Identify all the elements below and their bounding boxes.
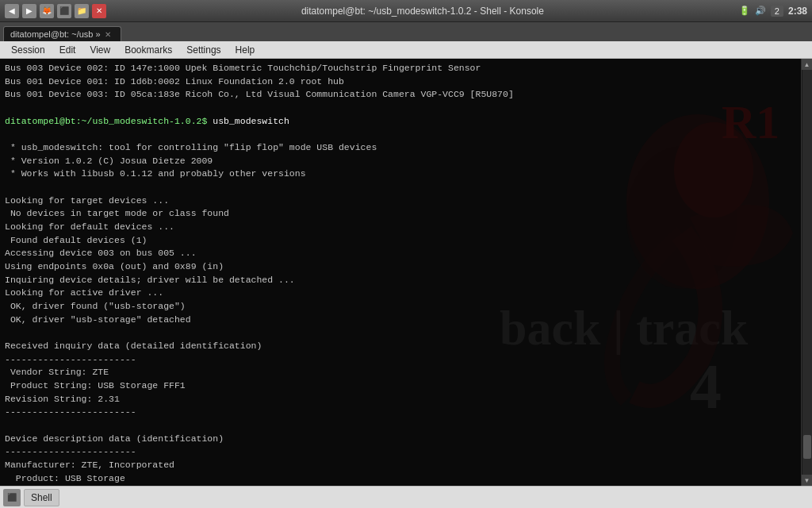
terminal-line: OK, driver found ("usb-storage") [5,301,186,311]
terminal-line: No devices in target mode or class found [5,208,229,218]
terminal-tab[interactable]: ditatompel@bt: ~/usb » ✕ [3,26,121,41]
terminal-line: Product String: USB Storage FFF1 [5,380,186,391]
menu-item-view[interactable]: View [83,43,117,57]
terminal-line: Looking for default devices ... [5,221,174,232]
desktop-badge: 2 [771,6,783,17]
menu-item-session[interactable]: Session [5,43,52,57]
titlebar: ◀ ▶ 🦊 ⬛ 📁 ✕ ditatompel@bt: ~/usb_modeswi… [0,0,812,22]
menu-item-help[interactable]: Help [229,43,262,57]
tab-label: ditatompel@bt: ~/usb » [10,29,101,39]
terminal-output[interactable]: Bus 003 Device 002: ID 147e:1000 Upek Bi… [0,59,801,486]
scrollbar[interactable]: ▲ ▼ [801,59,812,486]
scroll-down-arrow[interactable]: ▼ [802,475,813,486]
nav-back-icon[interactable]: ◀ [5,4,19,18]
terminal-line: Bus 001 Device 003: ID 05ca:183e Ricoh C… [5,89,514,99]
terminal-line: OK, driver "usb-storage" detached [5,314,191,325]
terminal-line: Bus 001 Device 001: ID 1d6b:0002 Linux F… [5,76,344,87]
terminal-line: * Works with libusb 0.1.12 and probably … [5,168,306,179]
terminal-line: Bus 003 Device 002: ID 147e:1000 Upek Bi… [5,63,481,73]
clock: 2:38 [788,6,807,17]
terminal-line: ------------------------ [5,354,136,364]
taskbar-shell-label: Shell [31,492,52,503]
terminal-content[interactable]: R1 back | track 4 Bus 003 Device 002: ID… [0,59,801,486]
close-icon[interactable]: ✕ [92,4,106,18]
terminal-line: Device description data (identification) [5,433,224,444]
terminal-line: Inquiring device details; driver will be… [5,275,295,285]
scroll-up-arrow[interactable]: ▲ [802,59,813,70]
menu-item-settings[interactable]: Settings [180,43,227,57]
nav-forward-icon[interactable]: ▶ [22,4,36,18]
browser-icon[interactable]: 🦊 [40,4,54,18]
terminal-line: Revision String: 2.31 [5,394,120,404]
terminal-command: usb_modeswitch [207,116,289,126]
terminal-wrapper: R1 back | track 4 Bus 003 Device 002: ID… [0,59,812,486]
terminal-line: * usb_modeswitch: tool for controlling "… [5,142,377,152]
scroll-thumb[interactable] [803,435,811,459]
terminal-line: ------------------------ [5,446,136,456]
terminal-line: Product: USB Storage [5,473,125,483]
terminal-line: Looking for active driver ... [5,287,163,298]
tray-icon-1: 🔋 [739,6,750,16]
scroll-track[interactable] [802,70,812,475]
tray-icon-2: 🔊 [755,6,766,16]
terminal-line: Accessing device 003 on bus 005 ... [5,248,197,258]
terminal-line: ditatompel@bt:~/usb_modeswitch-1.0.2$ us… [5,116,289,126]
terminal-icon[interactable]: ⬛ [57,4,71,18]
titlebar-right: 🔋 🔊 2 2:38 [739,6,807,17]
terminal-line: Received inquiry data (detailed identifi… [5,341,262,351]
taskbar-icon: ⬛ [3,489,21,506]
taskbar: ⬛ Shell [0,486,812,508]
terminal-line: Looking for target devices ... [5,195,169,206]
terminal-line: * Version 1.0.2 (C) Josua Dietze 2009 [5,156,213,166]
taskbar-shell-button[interactable]: Shell [24,489,59,506]
files-icon[interactable]: 📁 [75,4,89,18]
tabbar: ditatompel@bt: ~/usb » ✕ [0,22,812,41]
terminal-line: ------------------------ [5,406,136,417]
tab-close-icon[interactable]: ✕ [105,30,111,39]
titlebar-controls: ◀ ▶ 🦊 ⬛ 📁 ✕ [5,4,106,18]
terminal-line: Manufacturer: ZTE, Incorporated [5,460,174,470]
menu-item-edit[interactable]: Edit [53,43,82,57]
terminal-line: Found default devices (1) [5,235,147,245]
window-title: ditatompel@bt: ~/usb_modeswitch-1.0.2 - … [106,6,739,17]
menu-item-bookmarks[interactable]: Bookmarks [118,43,178,57]
terminal-line: Vendor String: ZTE [5,367,109,377]
menubar: SessionEditViewBookmarksSettingsHelp [0,41,812,59]
terminal-line: Using endpoints 0x0a (out) and 0x89 (in) [5,261,224,271]
terminal-prompt: ditatompel@bt:~/usb_modeswitch-1.0.2$ [5,116,207,126]
